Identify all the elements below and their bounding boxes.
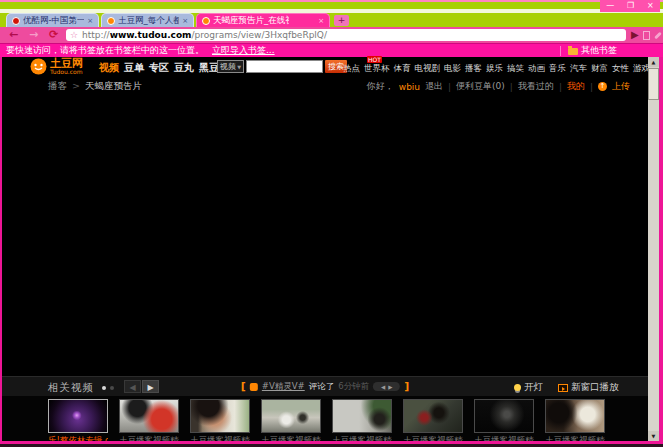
tab-close-icon[interactable]: ×: [318, 17, 324, 25]
nav-item-heidou[interactable]: 黑豆: [199, 61, 219, 75]
tudou-logo-icon: [30, 58, 47, 75]
related-video-thumb[interactable]: 土豆播客视频精选: [332, 399, 392, 441]
close-button[interactable]: ×: [647, 2, 654, 10]
lights-on-button[interactable]: 开灯: [514, 381, 543, 394]
search-input[interactable]: [246, 60, 323, 73]
pagination-dot-active[interactable]: [102, 386, 106, 390]
thumbnail-image[interactable]: [119, 399, 179, 433]
breadcrumb: 播客 > 天蝎座预告片: [48, 80, 142, 93]
channel-link-sports[interactable]: 体育: [394, 63, 411, 75]
thumbnail-image[interactable]: [190, 399, 250, 433]
channel-link-finance[interactable]: 财富: [591, 63, 608, 75]
nav-item-zones[interactable]: 专区: [149, 61, 169, 75]
video-player-area[interactable]: [2, 93, 648, 376]
my-page-link[interactable]: 我的: [567, 80, 585, 93]
related-video-thumb[interactable]: 土豆播客视频精选: [190, 399, 250, 441]
upload-link[interactable]: 上传: [612, 80, 630, 93]
ticker-bracket: ]: [404, 380, 409, 393]
scroll-up-button[interactable]: ▲: [648, 57, 659, 67]
related-video-thumb[interactable]: 土豆播客视频精选: [119, 399, 179, 441]
search-category-dropdown[interactable]: 视频 ▼: [217, 60, 244, 73]
tab-title: 天蝎座预告片_在线视频...: [213, 15, 289, 27]
back-button[interactable]: ←: [9, 28, 18, 42]
ticker-next-icon[interactable]: ▶: [388, 384, 392, 390]
browser-window: 优酷网-中国第一视频网 × 土豆网_每个人都是生活... × 天蝎座预告片_在线…: [0, 0, 663, 447]
playlists-link[interactable]: 便利豆单(0): [456, 80, 505, 93]
watch-history-link[interactable]: 我看过的: [518, 80, 554, 93]
page-menu-icon[interactable]: [643, 31, 650, 40]
user-bar: 你好， wbiu 退出 | 便利豆单(0) | 我看过的 | 我的 | ↑ 上传: [367, 80, 630, 93]
nav-item-playlists[interactable]: 豆单: [124, 61, 144, 75]
new-window-play-icon: [558, 384, 568, 392]
related-thumbnails-row: 乐!蔡依林专辑.com 土豆播客视频精选 土豆播客视频精选 土豆播客视频精选 土…: [2, 396, 648, 441]
related-video-thumb[interactable]: 土豆播客视频精选: [545, 399, 605, 441]
ticker-bracket: [: [241, 380, 246, 393]
play-new-window-button[interactable]: 新窗口播放: [558, 381, 619, 394]
channel-link-tv[interactable]: 电视剧: [415, 63, 441, 75]
breadcrumb-section-link[interactable]: 播客: [48, 80, 67, 93]
import-bookmarks-link[interactable]: 立即导入书签...: [212, 44, 275, 57]
address-bar[interactable]: ☆ http://www.tudou.com/programs/view/3Hx…: [66, 29, 626, 41]
minimize-button[interactable]: —: [606, 2, 614, 10]
related-video-thumb[interactable]: 乐!蔡依林专辑.com: [48, 399, 108, 441]
channel-link-hot[interactable]: 热点: [343, 63, 360, 75]
url-protocol: http://: [82, 31, 110, 40]
bookmarks-folder-icon: [568, 48, 578, 55]
commenter-username-link[interactable]: #V精灵V#: [262, 381, 305, 393]
channel-link-funny[interactable]: 搞笑: [507, 63, 524, 75]
related-video-thumb[interactable]: 土豆播客视频精选: [403, 399, 463, 441]
forward-button[interactable]: →: [29, 28, 38, 42]
tudou-logo[interactable]: 土豆网 Tudou.com: [30, 58, 83, 75]
username-link[interactable]: wbiu: [399, 82, 420, 92]
other-bookmarks-button[interactable]: 其他书签: [581, 44, 617, 57]
bookmark-star-icon[interactable]: ☆: [70, 31, 78, 40]
channel-link-music[interactable]: 音乐: [549, 63, 566, 75]
tab-close-icon[interactable]: ×: [87, 17, 93, 25]
channel-link-cars[interactable]: 汽车: [570, 63, 587, 75]
nav-item-douwan[interactable]: 豆丸: [174, 61, 194, 75]
scrollbar-thumb[interactable]: [648, 68, 659, 100]
ticker-pager[interactable]: ◀▶: [373, 382, 400, 391]
tab-youku[interactable]: 优酷网-中国第一视频网 ×: [6, 13, 99, 27]
thumbnail-image[interactable]: [48, 399, 108, 433]
channel-link-movies[interactable]: 电影: [444, 63, 461, 75]
hot-badge: HOT: [367, 56, 382, 63]
related-next-button[interactable]: ▶: [142, 380, 159, 393]
related-video-thumb[interactable]: 土豆播客视频精选: [261, 399, 321, 441]
greeting-text: 你好，: [367, 80, 394, 93]
thumbnail-image[interactable]: [474, 399, 534, 433]
go-button[interactable]: ▶: [631, 28, 639, 42]
scroll-down-button[interactable]: ▼: [648, 431, 659, 441]
nav-item-video[interactable]: 视频: [99, 61, 119, 75]
channel-links: 热点 世界杯HOT 体育 电视剧 电影 播客 娱乐 搞笑 动画 音乐 汽车 财富…: [343, 63, 663, 75]
channel-link-animation[interactable]: 动画: [528, 63, 545, 75]
reload-button[interactable]: ⟳: [49, 28, 58, 42]
thumbnail-image[interactable]: [332, 399, 392, 433]
ticker-action-text: 评论了: [309, 381, 335, 393]
new-tab-button[interactable]: +: [334, 15, 349, 26]
wrench-menu-icon[interactable]: [654, 32, 662, 40]
related-prev-button[interactable]: ◀: [124, 380, 141, 393]
tab-close-icon[interactable]: ×: [182, 17, 188, 25]
ticker-prev-icon[interactable]: ◀: [381, 384, 385, 390]
vertical-scrollbar[interactable]: ▲ ▼: [648, 57, 659, 441]
window-controls: — ❐ ×: [600, 0, 660, 12]
related-video-thumb[interactable]: 土豆播客视频精选: [474, 399, 534, 441]
channel-link-entertainment[interactable]: 娱乐: [486, 63, 503, 75]
thumbnail-image[interactable]: [261, 399, 321, 433]
maximize-button[interactable]: ❐: [627, 2, 634, 10]
related-videos-bar: 相关视频 ◀ ▶ [ #V精灵V# 评论了 6分钟前 ◀▶ ] 开灯 新窗口播放: [2, 376, 648, 396]
logout-link[interactable]: 退出: [425, 80, 443, 93]
breadcrumb-separator: >: [72, 80, 80, 93]
tab-title: 优酷网-中国第一视频网: [23, 15, 84, 27]
comment-ticker: [ #V精灵V# 评论了 6分钟前 ◀▶ ]: [241, 380, 409, 393]
pagination-dot[interactable]: [110, 386, 114, 390]
channel-link-women[interactable]: 女性: [612, 63, 629, 75]
tab-active-video[interactable]: 天蝎座预告片_在线视频... ×: [196, 13, 330, 27]
channel-link-worldcup[interactable]: 世界杯HOT: [364, 63, 390, 75]
channel-link-podcast[interactable]: 播客: [465, 63, 482, 75]
bookmark-infobar: 要快速访问，请将书签放在书签栏中的这一位置。 立即导入书签... 其他书签: [0, 43, 663, 57]
tab-tudou-home[interactable]: 土豆网_每个人都是生活... ×: [101, 13, 194, 27]
thumbnail-image[interactable]: [403, 399, 463, 433]
thumbnail-image[interactable]: [545, 399, 605, 433]
